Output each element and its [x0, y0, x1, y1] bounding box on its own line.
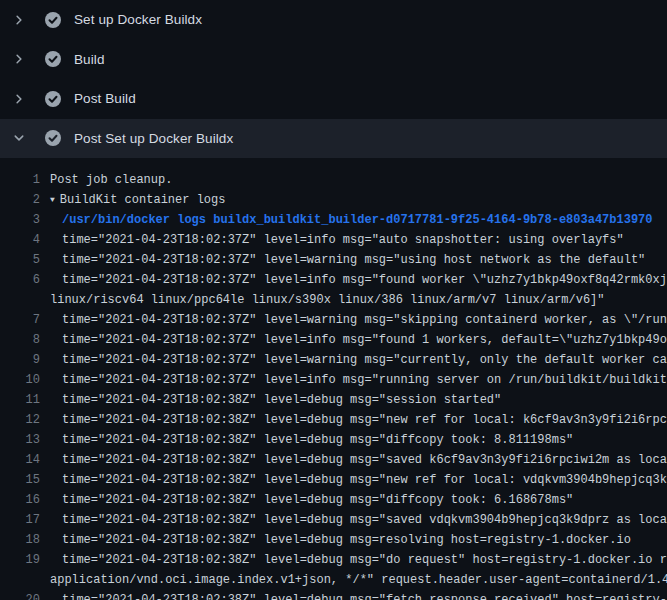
line-number[interactable]: 13	[0, 433, 40, 447]
log-line: 20time="2021-04-23T18:02:38Z" level=debu…	[0, 590, 667, 600]
chevron-down-icon	[13, 130, 29, 146]
line-number[interactable]: 19	[0, 553, 40, 567]
log-line-continuation: application/vnd.oci.image.index.v1+json,…	[0, 570, 667, 590]
line-number[interactable]: 16	[0, 493, 40, 507]
log-text: time="2021-04-23T18:02:38Z" level=debug …	[40, 453, 667, 467]
log-line: 5time="2021-04-23T18:02:37Z" level=warni…	[0, 250, 667, 270]
log-text: time="2021-04-23T18:02:38Z" level=debug …	[40, 473, 667, 487]
log-line: 7time="2021-04-23T18:02:37Z" level=warni…	[0, 310, 667, 330]
line-number[interactable]: 9	[0, 353, 40, 367]
log-text: time="2021-04-23T18:02:37Z" level=info m…	[40, 273, 667, 287]
log-text: time="2021-04-23T18:02:37Z" level=info m…	[40, 233, 624, 247]
line-number[interactable]: 17	[0, 513, 40, 527]
log-text: linux/riscv64 linux/ppc64le linux/s390x …	[40, 293, 605, 307]
line-number[interactable]: 4	[0, 233, 40, 247]
line-number[interactable]: 2	[0, 193, 40, 207]
group-expanded-triangle-icon: ▼	[50, 195, 55, 204]
log-text: Post job cleanup.	[40, 173, 172, 187]
log-line: 14time="2021-04-23T18:02:38Z" level=debu…	[0, 450, 667, 470]
log-group-toggle[interactable]: ▼BuildKit container logs	[40, 193, 225, 207]
line-number[interactable]: 8	[0, 333, 40, 347]
log-line: 18time="2021-04-23T18:02:38Z" level=debu…	[0, 530, 667, 550]
log-line: 17time="2021-04-23T18:02:38Z" level=debu…	[0, 510, 667, 530]
log-line: 10time="2021-04-23T18:02:37Z" level=info…	[0, 370, 667, 390]
step-row-post-set-up-docker-buildx[interactable]: Post Set up Docker Buildx	[0, 119, 667, 159]
log-text: time="2021-04-23T18:02:38Z" level=debug …	[40, 393, 501, 407]
log-text: time="2021-04-23T18:02:37Z" level=info m…	[40, 373, 667, 387]
log-line: 16time="2021-04-23T18:02:38Z" level=debu…	[0, 490, 667, 510]
step-list: Set up Docker BuildxBuildPost BuildPost …	[0, 0, 667, 158]
check-circle-icon	[45, 130, 61, 146]
log-line: 4time="2021-04-23T18:02:37Z" level=info …	[0, 230, 667, 250]
check-circle-icon	[45, 91, 61, 107]
log-text: time="2021-04-23T18:02:38Z" level=debug …	[40, 493, 573, 507]
line-number[interactable]: 1	[0, 173, 40, 187]
step-row-set-up-docker-buildx[interactable]: Set up Docker Buildx	[0, 0, 667, 40]
log-line: 13time="2021-04-23T18:02:38Z" level=debu…	[0, 430, 667, 450]
step-label: Build	[74, 52, 105, 67]
log-line: 9time="2021-04-23T18:02:37Z" level=warni…	[0, 350, 667, 370]
log-text: application/vnd.oci.image.index.v1+json,…	[40, 573, 667, 587]
log-text: time="2021-04-23T18:02:38Z" level=debug …	[40, 513, 667, 527]
check-circle-icon	[45, 12, 61, 28]
check-circle-icon	[45, 51, 61, 67]
log-line: 2▼BuildKit container logs	[0, 190, 667, 210]
log-line-continuation: linux/riscv64 linux/ppc64le linux/s390x …	[0, 290, 667, 310]
log-text: time="2021-04-23T18:02:38Z" level=debug …	[40, 553, 667, 567]
group-title: BuildKit container logs	[60, 193, 226, 207]
line-number[interactable]: 14	[0, 453, 40, 467]
line-number[interactable]: 10	[0, 373, 40, 387]
chevron-right-icon	[13, 12, 29, 28]
log-text: time="2021-04-23T18:02:37Z" level=warnin…	[40, 353, 667, 367]
line-number[interactable]: 15	[0, 473, 40, 487]
step-row-post-build[interactable]: Post Build	[0, 79, 667, 119]
actions-log-viewer: Set up Docker BuildxBuildPost BuildPost …	[0, 0, 667, 600]
step-row-build[interactable]: Build	[0, 40, 667, 80]
log-text: time="2021-04-23T18:02:37Z" level=warnin…	[40, 313, 667, 327]
chevron-right-icon	[13, 91, 29, 107]
line-number[interactable]: 12	[0, 413, 40, 427]
chevron-right-icon	[13, 51, 29, 67]
log-rows: 1Post job cleanup.2▼BuildKit container l…	[0, 170, 667, 600]
log-line: 15time="2021-04-23T18:02:38Z" level=debu…	[0, 470, 667, 490]
line-number[interactable]: 3	[0, 213, 40, 227]
line-number[interactable]: 20	[0, 593, 40, 600]
log-line: 1Post job cleanup.	[0, 170, 667, 190]
step-label: Set up Docker Buildx	[74, 12, 202, 27]
log-text: time="2021-04-23T18:02:37Z" level=warnin…	[40, 253, 645, 267]
line-number[interactable]: 5	[0, 253, 40, 267]
log-text: time="2021-04-23T18:02:37Z" level=info m…	[40, 333, 667, 347]
log-text: time="2021-04-23T18:02:38Z" level=debug …	[40, 433, 573, 447]
log-pane: 1Post job cleanup.2▼BuildKit container l…	[0, 158, 667, 600]
log-text: time="2021-04-23T18:02:38Z" level=debug …	[40, 533, 631, 547]
line-number[interactable]: 18	[0, 533, 40, 547]
step-label: Post Build	[74, 91, 136, 106]
log-line: 12time="2021-04-23T18:02:38Z" level=debu…	[0, 410, 667, 430]
step-label: Post Set up Docker Buildx	[74, 131, 233, 146]
log-line: 19time="2021-04-23T18:02:38Z" level=debu…	[0, 550, 667, 570]
log-text: time="2021-04-23T18:02:38Z" level=debug …	[40, 593, 667, 600]
log-line: 11time="2021-04-23T18:02:38Z" level=debu…	[0, 390, 667, 410]
log-line: 3/usr/bin/docker logs buildx_buildkit_bu…	[0, 210, 667, 230]
line-number[interactable]: 11	[0, 393, 40, 407]
log-line: 6time="2021-04-23T18:02:37Z" level=info …	[0, 270, 667, 290]
command-text: /usr/bin/docker logs buildx_buildkit_bui…	[40, 213, 653, 227]
line-number[interactable]: 6	[0, 273, 40, 287]
line-number[interactable]: 7	[0, 313, 40, 327]
log-text: time="2021-04-23T18:02:38Z" level=debug …	[40, 413, 667, 427]
log-line: 8time="2021-04-23T18:02:37Z" level=info …	[0, 330, 667, 350]
